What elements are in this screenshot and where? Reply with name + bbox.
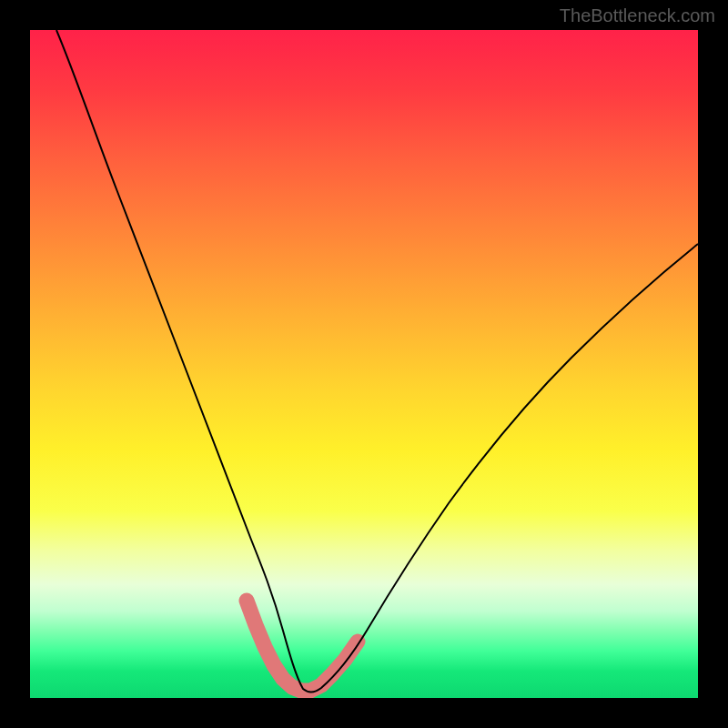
bottleneck-curve — [56, 30, 698, 693]
watermark-text: TheBottleneck.com — [560, 5, 715, 26]
highlight-segment — [247, 601, 358, 691]
chart-svg — [30, 30, 698, 698]
chart-plot-area — [30, 30, 698, 698]
